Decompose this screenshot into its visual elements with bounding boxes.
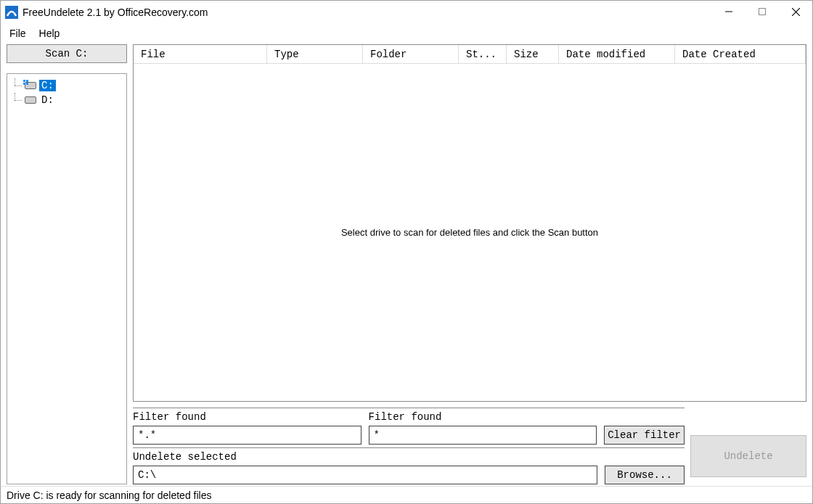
clear-filter-button[interactable]: Clear filter <box>604 426 685 445</box>
menu-help[interactable]: Help <box>39 28 60 39</box>
menu-file[interactable]: File <box>9 28 26 39</box>
col-folder[interactable]: Folder <box>363 45 459 63</box>
col-st[interactable]: St... <box>459 45 507 63</box>
col-file[interactable]: File <box>134 45 267 63</box>
filter-label-1: Filter found <box>133 411 361 423</box>
filter-input-2[interactable] <box>369 426 597 445</box>
file-list-placeholder: Select drive to scan for deleted files a… <box>341 227 598 238</box>
bottom-section: Filter found Filter found Clear filter U… <box>133 408 806 484</box>
filter-label-2: Filter found <box>369 411 597 423</box>
drive-label: D: <box>39 94 56 106</box>
window-controls <box>712 1 812 24</box>
drive-icon <box>25 82 36 89</box>
drive-tree[interactable]: C: D: <box>7 73 127 484</box>
browse-button[interactable]: Browse... <box>605 466 685 484</box>
col-date-created[interactable]: Date Created <box>675 45 806 63</box>
col-size[interactable]: Size <box>507 45 559 63</box>
app-icon <box>5 6 18 19</box>
undelete-button-wrap: Undelete <box>690 428 806 484</box>
close-button[interactable] <box>779 1 812 22</box>
svg-rect-2 <box>759 9 766 15</box>
status-text: Drive C: is ready for scanning for delet… <box>7 489 211 501</box>
undelete-path-input[interactable] <box>133 466 597 484</box>
col-date-modified[interactable]: Date modified <box>559 45 675 63</box>
filter-group-1: Filter found <box>133 411 361 445</box>
drive-label: C: <box>39 80 56 91</box>
undelete-label: Undelete selected <box>133 451 597 463</box>
window-title: FreeUndelete 2.1 by OfficeRecovery.com <box>23 7 712 18</box>
filter-block: Filter found Filter found Clear filter U… <box>133 408 685 484</box>
maximize-button[interactable] <box>745 1 779 22</box>
col-type[interactable]: Type <box>267 45 363 63</box>
scan-button[interactable]: Scan C: <box>7 44 127 63</box>
undelete-group: Undelete selected <box>133 451 597 484</box>
status-bar: Drive C: is ready for scanning for delet… <box>1 486 812 503</box>
right-panel: File Type Folder St... Size Date modifie… <box>133 44 806 484</box>
column-headers: File Type Folder St... Size Date modifie… <box>134 45 806 64</box>
file-list: File Type Folder St... Size Date modifie… <box>133 44 806 402</box>
minimize-button[interactable] <box>712 1 745 22</box>
filter-group-2: Filter found <box>369 411 597 445</box>
drive-item-d[interactable]: D: <box>10 93 123 107</box>
main-area: Scan C: C: D: File Type Folder St... Siz… <box>1 43 812 486</box>
filter-input-1[interactable] <box>133 426 361 445</box>
undelete-button[interactable]: Undelete <box>690 435 806 477</box>
file-list-body: Select drive to scan for deleted files a… <box>134 64 806 401</box>
drive-item-c[interactable]: C: <box>10 78 123 93</box>
drive-icon <box>25 96 36 104</box>
left-panel: Scan C: C: D: <box>7 44 127 484</box>
title-bar: FreeUndelete 2.1 by OfficeRecovery.com <box>1 1 812 24</box>
menu-bar: File Help <box>1 24 812 43</box>
